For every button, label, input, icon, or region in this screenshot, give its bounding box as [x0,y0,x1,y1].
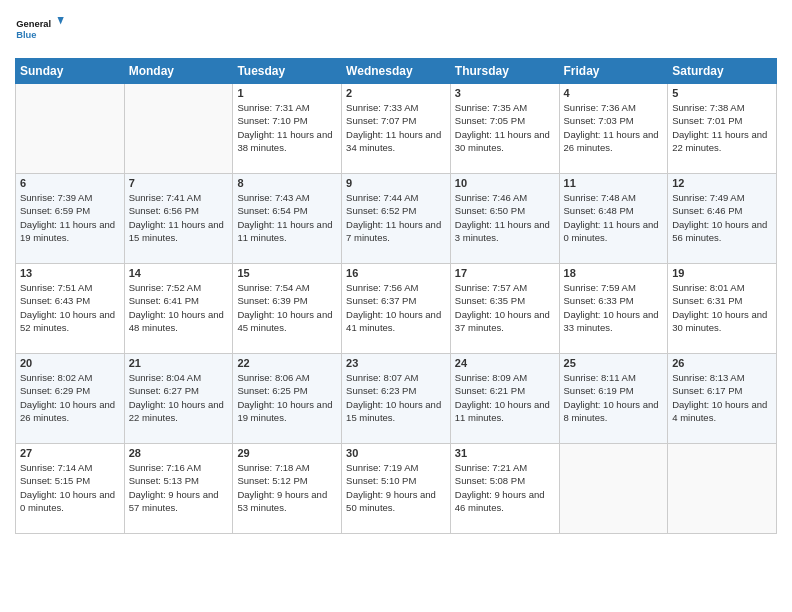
day-info: Sunrise: 7:16 AM Sunset: 5:13 PM Dayligh… [129,461,229,514]
day-cell: 7Sunrise: 7:41 AM Sunset: 6:56 PM Daylig… [124,174,233,264]
day-cell: 6Sunrise: 7:39 AM Sunset: 6:59 PM Daylig… [16,174,125,264]
day-number: 7 [129,177,229,189]
week-row-2: 6Sunrise: 7:39 AM Sunset: 6:59 PM Daylig… [16,174,777,264]
day-number: 28 [129,447,229,459]
day-info: Sunrise: 7:56 AM Sunset: 6:37 PM Dayligh… [346,281,446,334]
calendar: SundayMondayTuesdayWednesdayThursdayFrid… [15,58,777,534]
day-cell: 8Sunrise: 7:43 AM Sunset: 6:54 PM Daylig… [233,174,342,264]
day-cell: 22Sunrise: 8:06 AM Sunset: 6:25 PM Dayli… [233,354,342,444]
day-info: Sunrise: 7:14 AM Sunset: 5:15 PM Dayligh… [20,461,120,514]
weekday-header-monday: Monday [124,59,233,84]
day-info: Sunrise: 8:09 AM Sunset: 6:21 PM Dayligh… [455,371,555,424]
day-cell: 9Sunrise: 7:44 AM Sunset: 6:52 PM Daylig… [342,174,451,264]
day-cell: 4Sunrise: 7:36 AM Sunset: 7:03 PM Daylig… [559,84,668,174]
day-cell: 26Sunrise: 8:13 AM Sunset: 6:17 PM Dayli… [668,354,777,444]
day-info: Sunrise: 7:36 AM Sunset: 7:03 PM Dayligh… [564,101,664,154]
day-number: 30 [346,447,446,459]
day-info: Sunrise: 8:01 AM Sunset: 6:31 PM Dayligh… [672,281,772,334]
day-info: Sunrise: 7:59 AM Sunset: 6:33 PM Dayligh… [564,281,664,334]
week-row-4: 20Sunrise: 8:02 AM Sunset: 6:29 PM Dayli… [16,354,777,444]
day-cell: 28Sunrise: 7:16 AM Sunset: 5:13 PM Dayli… [124,444,233,534]
day-number: 14 [129,267,229,279]
day-cell: 5Sunrise: 7:38 AM Sunset: 7:01 PM Daylig… [668,84,777,174]
day-number: 3 [455,87,555,99]
day-info: Sunrise: 7:19 AM Sunset: 5:10 PM Dayligh… [346,461,446,514]
day-cell: 23Sunrise: 8:07 AM Sunset: 6:23 PM Dayli… [342,354,451,444]
weekday-header-saturday: Saturday [668,59,777,84]
day-cell [559,444,668,534]
day-cell: 30Sunrise: 7:19 AM Sunset: 5:10 PM Dayli… [342,444,451,534]
day-number: 10 [455,177,555,189]
day-info: Sunrise: 7:31 AM Sunset: 7:10 PM Dayligh… [237,101,337,154]
day-info: Sunrise: 7:57 AM Sunset: 6:35 PM Dayligh… [455,281,555,334]
day-number: 1 [237,87,337,99]
day-cell: 25Sunrise: 8:11 AM Sunset: 6:19 PM Dayli… [559,354,668,444]
day-info: Sunrise: 8:13 AM Sunset: 6:17 PM Dayligh… [672,371,772,424]
logo-svg: General Blue [15,10,65,50]
day-number: 19 [672,267,772,279]
day-cell: 3Sunrise: 7:35 AM Sunset: 7:05 PM Daylig… [450,84,559,174]
day-cell: 18Sunrise: 7:59 AM Sunset: 6:33 PM Dayli… [559,264,668,354]
day-cell: 31Sunrise: 7:21 AM Sunset: 5:08 PM Dayli… [450,444,559,534]
day-cell: 27Sunrise: 7:14 AM Sunset: 5:15 PM Dayli… [16,444,125,534]
day-cell: 2Sunrise: 7:33 AM Sunset: 7:07 PM Daylig… [342,84,451,174]
day-info: Sunrise: 7:35 AM Sunset: 7:05 PM Dayligh… [455,101,555,154]
day-info: Sunrise: 7:48 AM Sunset: 6:48 PM Dayligh… [564,191,664,244]
day-info: Sunrise: 7:46 AM Sunset: 6:50 PM Dayligh… [455,191,555,244]
day-number: 16 [346,267,446,279]
day-cell: 10Sunrise: 7:46 AM Sunset: 6:50 PM Dayli… [450,174,559,264]
day-number: 21 [129,357,229,369]
day-info: Sunrise: 7:51 AM Sunset: 6:43 PM Dayligh… [20,281,120,334]
day-number: 24 [455,357,555,369]
day-number: 17 [455,267,555,279]
weekday-header-sunday: Sunday [16,59,125,84]
svg-text:General: General [16,19,51,29]
day-cell [124,84,233,174]
day-number: 31 [455,447,555,459]
day-cell: 16Sunrise: 7:56 AM Sunset: 6:37 PM Dayli… [342,264,451,354]
day-cell [668,444,777,534]
day-number: 12 [672,177,772,189]
day-number: 8 [237,177,337,189]
header: General Blue [15,10,777,50]
day-info: Sunrise: 7:18 AM Sunset: 5:12 PM Dayligh… [237,461,337,514]
day-info: Sunrise: 7:44 AM Sunset: 6:52 PM Dayligh… [346,191,446,244]
week-row-1: 1Sunrise: 7:31 AM Sunset: 7:10 PM Daylig… [16,84,777,174]
day-info: Sunrise: 7:39 AM Sunset: 6:59 PM Dayligh… [20,191,120,244]
day-number: 4 [564,87,664,99]
day-number: 15 [237,267,337,279]
day-number: 18 [564,267,664,279]
day-cell: 20Sunrise: 8:02 AM Sunset: 6:29 PM Dayli… [16,354,125,444]
week-row-5: 27Sunrise: 7:14 AM Sunset: 5:15 PM Dayli… [16,444,777,534]
day-info: Sunrise: 7:52 AM Sunset: 6:41 PM Dayligh… [129,281,229,334]
day-cell: 24Sunrise: 8:09 AM Sunset: 6:21 PM Dayli… [450,354,559,444]
day-info: Sunrise: 7:38 AM Sunset: 7:01 PM Dayligh… [672,101,772,154]
week-row-3: 13Sunrise: 7:51 AM Sunset: 6:43 PM Dayli… [16,264,777,354]
day-number: 26 [672,357,772,369]
day-info: Sunrise: 7:21 AM Sunset: 5:08 PM Dayligh… [455,461,555,514]
day-info: Sunrise: 8:06 AM Sunset: 6:25 PM Dayligh… [237,371,337,424]
day-cell: 12Sunrise: 7:49 AM Sunset: 6:46 PM Dayli… [668,174,777,264]
day-info: Sunrise: 7:49 AM Sunset: 6:46 PM Dayligh… [672,191,772,244]
day-number: 23 [346,357,446,369]
weekday-header-wednesday: Wednesday [342,59,451,84]
day-info: Sunrise: 7:43 AM Sunset: 6:54 PM Dayligh… [237,191,337,244]
page: General Blue SundayMondayTuesdayWednesda… [0,0,792,612]
day-cell: 13Sunrise: 7:51 AM Sunset: 6:43 PM Dayli… [16,264,125,354]
day-cell: 15Sunrise: 7:54 AM Sunset: 6:39 PM Dayli… [233,264,342,354]
day-info: Sunrise: 8:04 AM Sunset: 6:27 PM Dayligh… [129,371,229,424]
day-number: 25 [564,357,664,369]
day-info: Sunrise: 8:02 AM Sunset: 6:29 PM Dayligh… [20,371,120,424]
weekday-header-friday: Friday [559,59,668,84]
day-cell: 19Sunrise: 8:01 AM Sunset: 6:31 PM Dayli… [668,264,777,354]
day-number: 22 [237,357,337,369]
day-cell: 21Sunrise: 8:04 AM Sunset: 6:27 PM Dayli… [124,354,233,444]
day-info: Sunrise: 7:54 AM Sunset: 6:39 PM Dayligh… [237,281,337,334]
day-number: 13 [20,267,120,279]
day-number: 5 [672,87,772,99]
day-number: 9 [346,177,446,189]
day-info: Sunrise: 8:11 AM Sunset: 6:19 PM Dayligh… [564,371,664,424]
day-number: 6 [20,177,120,189]
day-info: Sunrise: 8:07 AM Sunset: 6:23 PM Dayligh… [346,371,446,424]
svg-marker-2 [58,17,64,25]
